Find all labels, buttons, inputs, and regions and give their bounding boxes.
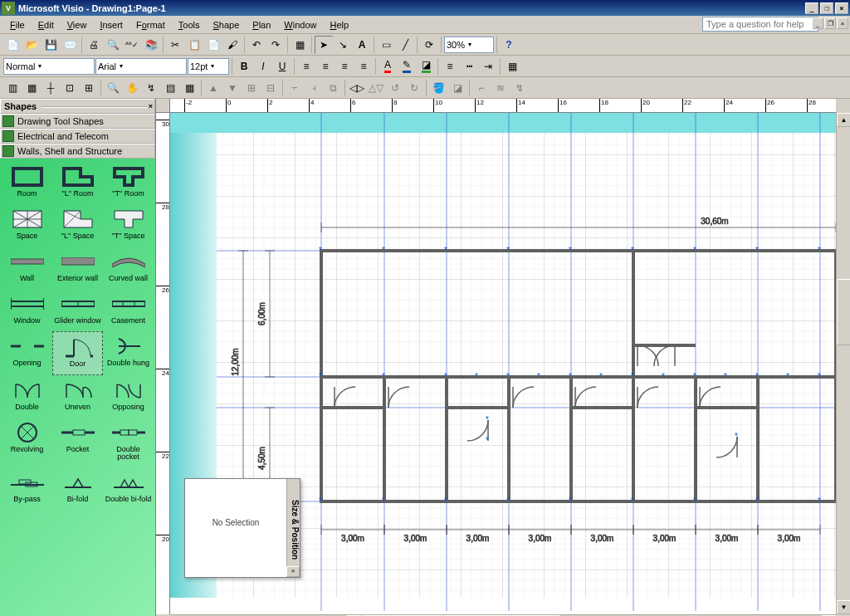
size-position-title[interactable]: Size & Position bbox=[286, 479, 300, 577]
vertical-scrollbar[interactable]: ▲ ▼ bbox=[836, 113, 850, 614]
email-button[interactable]: ✉️ bbox=[61, 36, 79, 54]
shape--l-room[interactable]: "L" Room bbox=[52, 162, 103, 204]
shape-blank[interactable] bbox=[52, 510, 103, 545]
connect-shapes-button[interactable]: ⧉ bbox=[324, 79, 342, 97]
rotate-button[interactable]: ⟳ bbox=[420, 36, 438, 54]
scroll-up-button[interactable]: ▲ bbox=[837, 113, 850, 127]
align-justify-button[interactable]: ≡ bbox=[354, 57, 373, 76]
distribute-button[interactable]: ⫞ bbox=[305, 79, 323, 97]
research-button[interactable]: 📚 bbox=[142, 36, 160, 54]
shape-casement[interactable]: Casement bbox=[103, 289, 154, 331]
minimize-button[interactable]: _ bbox=[805, 2, 818, 14]
shape-room[interactable]: Room bbox=[2, 162, 52, 204]
bring-front-button[interactable]: ▲ bbox=[204, 79, 222, 97]
menu-view[interactable]: View bbox=[61, 18, 94, 32]
paste-button[interactable]: 📄 bbox=[204, 36, 222, 54]
align-right-button[interactable]: ≡ bbox=[335, 57, 354, 76]
doc-minimize-button[interactable]: _ bbox=[812, 17, 823, 29]
group-button[interactable]: ⊞ bbox=[242, 79, 261, 97]
help-button[interactable]: ? bbox=[500, 36, 518, 54]
shape-space[interactable]: Space bbox=[2, 204, 52, 247]
bold-button[interactable]: B bbox=[235, 57, 253, 76]
stencil-drawing-tools[interactable]: Drawing Tool Shapes bbox=[0, 114, 155, 129]
corner-button[interactable]: ⌐ bbox=[472, 79, 491, 97]
rotate-right-button[interactable]: ↻ bbox=[405, 79, 423, 97]
underline-button[interactable]: U bbox=[273, 57, 291, 76]
shape-opening[interactable]: Opening bbox=[2, 331, 52, 375]
print-button[interactable]: 🖨 bbox=[85, 36, 103, 54]
flip-h-button[interactable]: ◁▷ bbox=[348, 79, 366, 97]
shape-curved-wall[interactable]: Curved wall bbox=[103, 247, 154, 289]
shape-pocket[interactable]: Pocket bbox=[52, 418, 103, 467]
undo-button[interactable]: ↶ bbox=[247, 36, 266, 54]
ungroup-button[interactable]: ⊟ bbox=[261, 79, 280, 97]
font-combo[interactable]: Arial▾ bbox=[95, 58, 187, 75]
menu-file[interactable]: File bbox=[3, 18, 32, 32]
style-button[interactable]: ≋ bbox=[491, 79, 510, 97]
line-ends-button[interactable]: ⇥ bbox=[479, 57, 497, 76]
shape--t-space[interactable]: "T" Space bbox=[103, 204, 154, 247]
shape-uneven[interactable]: Uneven bbox=[52, 375, 103, 418]
shape-double-hung[interactable]: Double hung bbox=[103, 331, 154, 375]
redo-button[interactable]: ↷ bbox=[266, 36, 285, 54]
restore-button[interactable]: ❐ bbox=[820, 2, 833, 14]
reroute-button[interactable]: ↯ bbox=[510, 79, 529, 97]
rotate-left-button[interactable]: ↺ bbox=[386, 79, 404, 97]
shape--l-space[interactable]: "L" Space bbox=[52, 204, 103, 247]
align-shapes-button[interactable]: ⫟ bbox=[286, 79, 304, 97]
connector-tool[interactable]: ↘ bbox=[334, 36, 352, 54]
vertical-ruler[interactable]: 30282624222018 bbox=[156, 113, 170, 614]
menu-tools[interactable]: Tools bbox=[172, 18, 207, 32]
help-search-input[interactable] bbox=[702, 17, 818, 32]
connect-points-button[interactable]: ⊡ bbox=[61, 79, 79, 97]
scroll-down-button[interactable]: ▼ bbox=[837, 600, 850, 614]
size-position-window[interactable]: Size & Position No Selection × bbox=[184, 478, 300, 578]
print-preview-button[interactable]: 🔍 bbox=[104, 36, 122, 54]
fill-color-button[interactable]: ◪ bbox=[417, 57, 435, 76]
menu-plan[interactable]: Plan bbox=[246, 18, 277, 32]
menu-insert[interactable]: Insert bbox=[93, 18, 129, 32]
flip-v-button[interactable]: △▽ bbox=[367, 79, 385, 97]
v-scroll-thumb[interactable] bbox=[837, 279, 850, 345]
pan-button[interactable]: ✋ bbox=[123, 79, 141, 97]
shapes-pane-close[interactable]: × bbox=[149, 102, 153, 110]
line-pattern-button[interactable]: ┅ bbox=[460, 57, 478, 76]
stencil-walls[interactable]: Walls, Shell and Structure bbox=[0, 144, 155, 159]
shapes-button[interactable]: ▦ bbox=[291, 36, 309, 54]
rectangle-tool[interactable]: ▭ bbox=[377, 36, 395, 54]
shape-by-pass[interactable]: By-pass bbox=[2, 467, 52, 510]
cut-button[interactable]: ✂ bbox=[166, 36, 184, 54]
menu-shape[interactable]: Shape bbox=[206, 18, 246, 32]
zoom-combo[interactable]: 30%▾ bbox=[444, 37, 494, 53]
font-size-combo[interactable]: 12pt▾ bbox=[188, 58, 229, 75]
fill-button[interactable]: 🪣 bbox=[429, 79, 447, 97]
shape-double-bi-fold[interactable]: Double bi-fold bbox=[103, 467, 154, 510]
fill-pattern-button[interactable]: ▦ bbox=[503, 57, 521, 76]
guides-button[interactable]: ┼ bbox=[42, 79, 60, 97]
horizontal-ruler[interactable]: -20246810121416182022242628 bbox=[170, 99, 836, 113]
close-button[interactable]: × bbox=[835, 2, 848, 14]
send-back-button[interactable]: ▼ bbox=[223, 79, 242, 97]
format-painter-button[interactable]: 🖌 bbox=[223, 36, 242, 54]
menu-format[interactable]: Format bbox=[129, 18, 172, 32]
menu-help[interactable]: Help bbox=[323, 18, 355, 32]
align-center-button[interactable]: ≡ bbox=[316, 57, 335, 76]
shape-door[interactable]: Door bbox=[52, 331, 103, 375]
font-color-button[interactable]: A bbox=[379, 57, 397, 76]
shape-blank[interactable] bbox=[103, 510, 154, 545]
line-tool[interactable]: ╱ bbox=[396, 36, 414, 54]
shape-exterior-wall[interactable]: Exterior wall bbox=[52, 247, 103, 289]
doc-restore-button[interactable]: ❐ bbox=[824, 17, 836, 29]
align-left-button[interactable]: ≡ bbox=[297, 57, 315, 76]
line-weight-button[interactable]: ≡ bbox=[441, 57, 459, 76]
layer-properties-button[interactable]: ▤ bbox=[161, 79, 179, 97]
shape-glider-window[interactable]: Glider window bbox=[52, 289, 103, 331]
shape-window[interactable]: Window bbox=[2, 289, 52, 331]
save-button[interactable]: 💾 bbox=[42, 36, 60, 54]
connector-reroute-button[interactable]: ↯ bbox=[142, 79, 160, 97]
stencil-electrical[interactable]: Electrical and Telecom bbox=[0, 129, 155, 144]
text-tool[interactable]: A bbox=[353, 36, 371, 54]
shape-double-pocket[interactable]: Double pocket bbox=[103, 418, 154, 467]
shape-revolving[interactable]: Revolving bbox=[2, 418, 52, 467]
line-color-button[interactable]: ✎ bbox=[398, 57, 416, 76]
